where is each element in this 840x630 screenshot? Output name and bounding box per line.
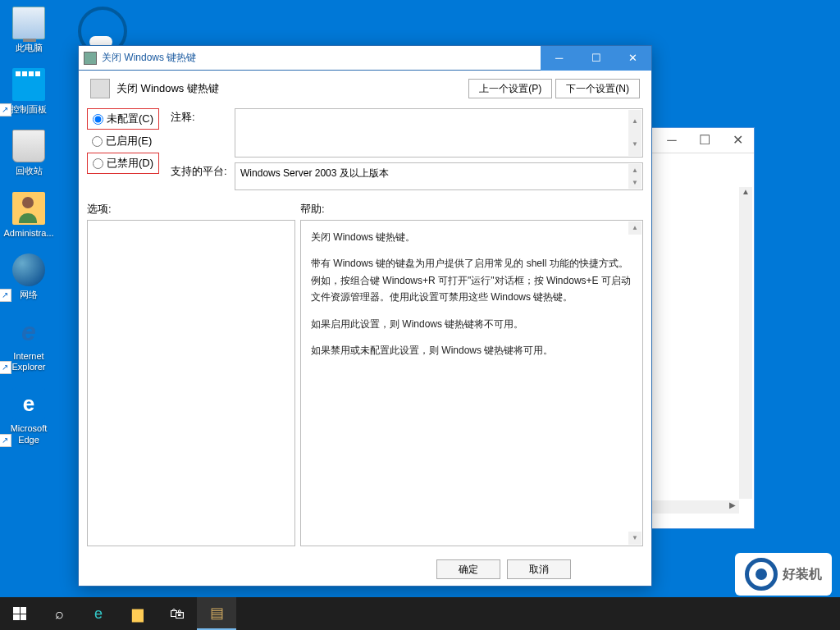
help-label: 帮助: — [300, 202, 325, 217]
network-icon — [12, 253, 45, 286]
desktop-icon-edge[interactable]: e Microsoft Edge — [0, 387, 57, 445]
policy-heading: 关闭 Windows 键热键 — [116, 81, 465, 96]
maximize-button[interactable]: ☐ — [688, 128, 721, 153]
desktop-label: Microsoft Edge — [0, 423, 57, 445]
help-pane: 关闭 Windows 键热键。 带有 Windows 键的键盘为用户提供了启用常… — [300, 220, 643, 546]
taskbar-explorer[interactable]: ▆ — [118, 597, 158, 630]
taskbar-edge[interactable]: e — [79, 597, 118, 630]
radio-input[interactable] — [92, 136, 103, 147]
taskbar-store[interactable]: 🛍 — [158, 597, 197, 630]
watermark-logo-icon — [745, 558, 778, 591]
watermark: 好装机 — [735, 553, 832, 596]
taskbar-app[interactable]: ▤ — [197, 597, 236, 630]
titlebar[interactable]: 关闭 Windows 键热键 ─ ☐ ✕ — [79, 46, 651, 71]
desktop-label: 控制面板 — [0, 104, 57, 115]
desktop-label: 此电脑 — [0, 43, 57, 53]
desktop-label: Internet Explorer — [0, 351, 57, 372]
options-pane — [87, 220, 295, 546]
radio-input[interactable] — [93, 114, 103, 125]
desktop-label: 回收站 — [0, 166, 57, 176]
scroll-up-icon[interactable]: ▲ — [739, 187, 752, 200]
comment-label: 注释: — [171, 108, 228, 125]
chevron-down-icon[interactable]: ▼ — [628, 176, 641, 189]
options-label: 选项: — [87, 202, 300, 217]
comment-field[interactable]: ▲▼ — [235, 108, 643, 158]
chevron-up-icon[interactable]: ▲ — [628, 164, 641, 176]
chevron-up-icon[interactable]: ▲ — [628, 110, 641, 133]
desktop-icon-network[interactable]: 网络 — [0, 253, 57, 300]
policy-dialog: 关闭 Windows 键热键 ─ ☐ ✕ 关闭 Windows 键热键 上一个设… — [78, 45, 652, 587]
recycle-bin-icon — [12, 130, 45, 162]
pc-icon — [12, 7, 45, 39]
maximize-button[interactable]: ☐ — [578, 46, 614, 71]
windows-logo-icon — [13, 607, 26, 620]
radio-input[interactable] — [93, 158, 103, 169]
search-button[interactable]: ⌕ — [39, 597, 79, 630]
desktop-icon-administrator[interactable]: Administra... — [0, 192, 57, 239]
vertical-scrollbar[interactable]: ▲ — [739, 187, 752, 499]
chevron-down-icon[interactable]: ▼ — [628, 133, 641, 156]
start-button[interactable] — [0, 597, 39, 630]
user-folder-icon — [12, 192, 45, 225]
chevron-up-icon[interactable]: ▲ — [628, 221, 641, 235]
taskbar[interactable]: ⌕ e ▆ 🛍 ▤ — [0, 597, 840, 630]
minimize-button[interactable]: ─ — [541, 46, 578, 71]
platform-label: 支持的平台: — [171, 162, 228, 179]
app-icon — [84, 52, 97, 65]
desktop-icon-ie[interactable]: e Internet Explorer — [0, 315, 57, 372]
help-text: 带有 Windows 键的键盘为用户提供了启用常见的 shell 功能的快捷方式… — [311, 255, 632, 305]
help-text: 如果禁用或未配置此设置，则 Windows 键热键将可用。 — [311, 342, 632, 358]
desktop-icon-recycle-bin[interactable]: 回收站 — [0, 130, 57, 176]
control-panel-icon — [12, 68, 45, 101]
help-text: 关闭 Windows 键热键。 — [311, 229, 632, 245]
next-setting-button[interactable]: 下一个设置(N) — [555, 79, 640, 98]
close-button[interactable]: ✕ — [614, 46, 651, 71]
ie-icon: e — [12, 315, 45, 348]
help-text: 如果启用此设置，则 Windows 键热键将不可用。 — [311, 316, 632, 332]
desktop-label: 网络 — [0, 290, 57, 300]
radio-not-configured[interactable]: 未配置(C) — [87, 108, 159, 130]
radio-enabled[interactable]: 已启用(E) — [87, 131, 159, 151]
minimize-button[interactable]: ─ — [655, 128, 688, 153]
watermark-text: 好装机 — [783, 566, 822, 583]
ok-button[interactable]: 确定 — [436, 559, 500, 579]
cancel-button[interactable]: 取消 — [507, 559, 571, 579]
radio-disabled[interactable]: 已禁用(D) — [87, 153, 159, 174]
desktop-label: Administra... — [0, 228, 57, 239]
edge-icon: e — [12, 387, 45, 420]
chevron-down-icon[interactable]: ▼ — [628, 532, 641, 545]
previous-setting-button[interactable]: 上一个设置(P) — [468, 79, 552, 98]
desktop-icon-control-panel[interactable]: 控制面板 — [0, 68, 57, 115]
policy-icon — [90, 79, 110, 98]
platform-field: Windows Server 2003 及以上版本 ▲▼ — [235, 162, 643, 190]
desktop-icon-this-pc[interactable]: 此电脑 — [0, 7, 57, 53]
window-title: 关闭 Windows 键热键 — [102, 51, 541, 65]
close-button[interactable]: ✕ — [721, 128, 754, 153]
